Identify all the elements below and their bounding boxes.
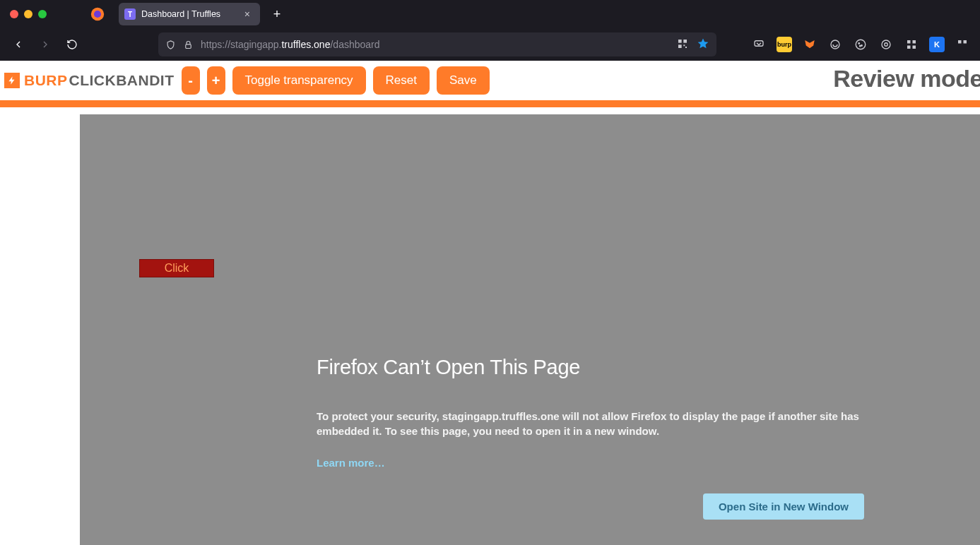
svg-point-13	[860, 46, 861, 47]
extension-grid-icon-1[interactable]	[878, 37, 894, 52]
svg-rect-18	[907, 46, 911, 49]
zoom-out-button[interactable]: -	[182, 66, 200, 95]
tab-favicon-icon: T	[124, 8, 136, 20]
toggle-transparency-button[interactable]: Toggle transparency	[232, 66, 366, 95]
extension-misc-icon[interactable]	[955, 37, 970, 52]
tab-title: Dashboard | Truffles	[141, 9, 236, 19]
svg-point-10	[856, 40, 866, 49]
svg-rect-5	[678, 44, 682, 48]
window-controls	[10, 10, 47, 18]
mode-label: Review mode	[833, 65, 980, 92]
tracking-shield-icon[interactable]	[165, 40, 176, 50]
burp-logo: BURPCLICKBANDIT	[4, 72, 175, 89]
extension-circle-icon[interactable]	[827, 37, 843, 52]
report-errors-row[interactable]: Report errors like this to help Mozilla …	[317, 520, 864, 545]
svg-rect-7	[685, 47, 687, 48]
svg-point-12	[861, 45, 863, 47]
svg-rect-17	[913, 40, 916, 44]
svg-point-15	[885, 43, 888, 47]
burp-logo-text-a: BURP	[24, 72, 68, 89]
zoom-in-button[interactable]: +	[207, 66, 225, 95]
click-overlay-button[interactable]: Click	[139, 259, 214, 277]
burp-extension-icon[interactable]: burp	[777, 37, 792, 52]
accent-strip	[0, 100, 980, 107]
pocket-icon[interactable]	[751, 37, 767, 52]
nav-reload-button[interactable]	[61, 33, 83, 56]
cookie-icon[interactable]	[853, 37, 868, 52]
svg-rect-21	[964, 40, 967, 44]
nav-forward-button[interactable]	[34, 33, 57, 56]
extension-grid-icon-2[interactable]	[904, 37, 919, 52]
svg-rect-2	[186, 44, 191, 48]
svg-rect-4	[683, 40, 687, 43]
bookmark-star-icon[interactable]	[697, 37, 709, 52]
window-minimize-button[interactable]	[24, 10, 33, 18]
browser-toolbar: https://stagingapp.truffles.one/dashboar…	[0, 28, 980, 61]
metamask-icon[interactable]	[802, 37, 817, 52]
new-tab-button[interactable]: +	[267, 4, 287, 24]
burp-bolt-icon	[4, 73, 20, 88]
learn-more-link[interactable]: Learn more…	[317, 457, 385, 469]
blocked-body: To protect your security, stagingapp.tru…	[317, 409, 864, 438]
burp-clickbandit-bar: BURPCLICKBANDIT - + Toggle transparency …	[0, 61, 980, 100]
reset-button[interactable]: Reset	[373, 66, 430, 95]
open-new-window-button[interactable]: Open Site in New Window	[703, 493, 864, 520]
url-bar[interactable]: https://stagingapp.truffles.one/dashboar…	[158, 32, 716, 56]
extension-k-icon[interactable]: K	[929, 37, 945, 52]
svg-rect-3	[678, 40, 682, 43]
svg-point-14	[882, 40, 890, 49]
svg-point-9	[831, 40, 839, 49]
window-zoom-button[interactable]	[38, 10, 47, 18]
svg-rect-6	[683, 44, 685, 46]
svg-point-11	[858, 43, 860, 44]
svg-point-1	[94, 11, 101, 18]
window-close-button[interactable]	[10, 10, 18, 18]
nav-back-button[interactable]	[7, 33, 30, 56]
browser-tab[interactable]: T Dashboard | Truffles ×	[119, 3, 260, 25]
frame-blocked-message: Firefox Can’t Open This Page To protect …	[317, 356, 864, 545]
firefox-icon	[89, 6, 106, 23]
svg-rect-20	[958, 40, 962, 44]
qr-icon[interactable]	[677, 38, 688, 52]
page-viewport: BURPCLICKBANDIT - + Toggle transparency …	[0, 61, 980, 545]
svg-rect-16	[907, 40, 911, 44]
extension-icons: burp K	[751, 37, 973, 52]
click-overlay-label: Click	[165, 262, 189, 275]
blocked-title: Firefox Can’t Open This Page	[317, 356, 864, 379]
svg-rect-19	[913, 46, 916, 49]
window-titlebar: T Dashboard | Truffles × +	[0, 0, 980, 28]
lock-icon[interactable]	[183, 40, 194, 50]
tab-close-button[interactable]: ×	[242, 8, 253, 20]
save-button[interactable]: Save	[437, 66, 490, 95]
url-text: https://stagingapp.truffles.one/dashboar…	[201, 39, 670, 50]
burp-logo-text-b: CLICKBANDIT	[69, 72, 175, 89]
